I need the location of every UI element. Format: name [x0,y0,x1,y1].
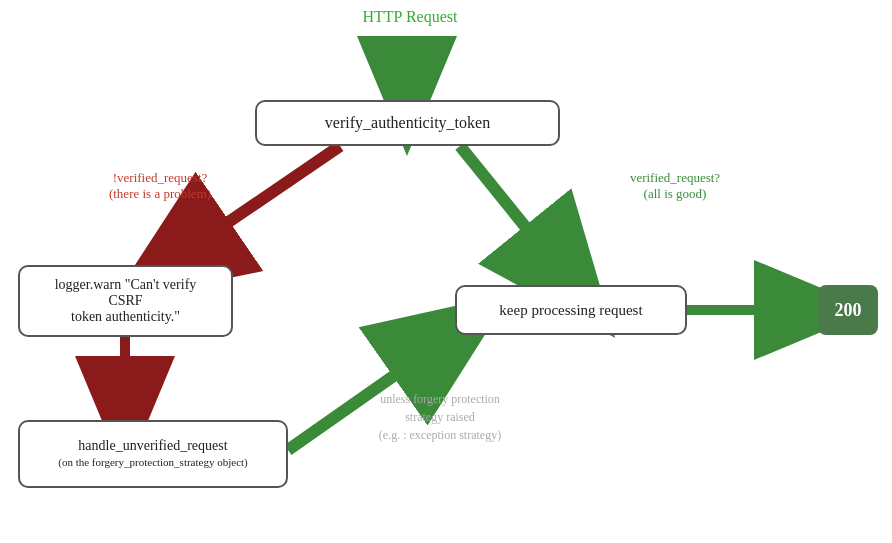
svg-line-5 [170,146,340,262]
logger-warn-node: logger.warn "Can't verify CSRFtoken auth… [18,265,233,337]
handle-unverified-node: handle_unverified_request(on the forgery… [18,420,288,488]
svg-line-6 [460,146,570,282]
diagram: HTTP Request verify_authenticity_token !… [0,0,892,543]
http-request-label: HTTP Request [315,8,505,26]
verify-token-node: verify_authenticity_token [255,100,560,146]
response-200-node: 200 [818,285,878,335]
not-verified-label: !verified_request? (there is a problem) [80,170,240,202]
keep-processing-node: keep processing request [455,285,687,335]
verified-label: verified_request? (all is good) [580,170,770,202]
unless-forgery-label: unless forgery protection strategy raise… [340,390,540,444]
